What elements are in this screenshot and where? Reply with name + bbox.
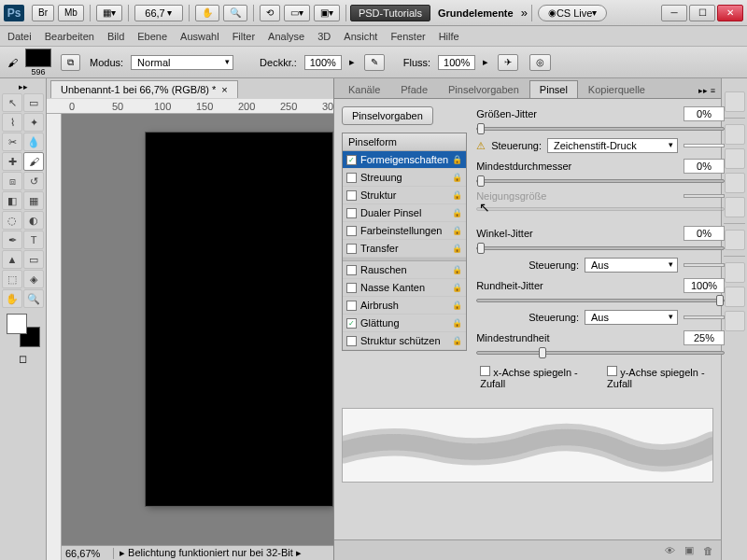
- view-extras-button[interactable]: ▦▾: [96, 5, 122, 21]
- checkbox[interactable]: [346, 336, 357, 346]
- dock-masks-icon[interactable]: [725, 197, 745, 217]
- size-control-value[interactable]: [684, 144, 725, 147]
- dock-channels-icon[interactable]: [725, 287, 745, 307]
- tab-kopierquelle[interactable]: Kopierquelle: [578, 80, 655, 98]
- brush-option-5[interactable]: Transfer🔒: [343, 240, 466, 258]
- lock-icon[interactable]: 🔒: [452, 336, 462, 345]
- size-control-select[interactable]: Zeichenstift-Druck: [547, 138, 678, 153]
- menu-bearbeiten[interactable]: Bearbeiten: [45, 31, 94, 42]
- 3d-tool[interactable]: ⬚: [2, 270, 22, 288]
- dock-layers-icon[interactable]: [725, 262, 745, 283]
- min-round-slider[interactable]: [476, 351, 725, 355]
- lock-icon[interactable]: 🔒: [452, 173, 462, 182]
- menu-filter[interactable]: Filter: [233, 31, 255, 42]
- move-tool[interactable]: ↖: [2, 93, 22, 112]
- dock-swatches-icon[interactable]: [725, 124, 745, 145]
- shape-tool[interactable]: ▭: [23, 250, 44, 269]
- menu-hilfe[interactable]: Hilfe: [439, 31, 459, 42]
- quickmask-button[interactable]: ◻: [19, 353, 27, 365]
- brush-option-4[interactable]: Farbeinstellungen🔒: [343, 222, 466, 240]
- lock-icon[interactable]: 🔒: [452, 190, 462, 200]
- menu-auswahl[interactable]: Auswahl: [180, 31, 219, 42]
- checkbox[interactable]: [346, 283, 357, 293]
- angle-jitter-value[interactable]: 0%: [684, 226, 725, 241]
- cslive-button[interactable]: ◉ CS Live ▾: [538, 5, 608, 21]
- list-header[interactable]: Pinselform: [343, 133, 466, 151]
- hand-tool-button[interactable]: ✋: [195, 5, 219, 21]
- color-swatches[interactable]: [7, 314, 40, 347]
- brush-option-10[interactable]: Struktur schützen🔒: [343, 332, 466, 350]
- arrange-button[interactable]: ▭▾: [284, 5, 310, 21]
- bridge-button[interactable]: Br: [32, 5, 54, 21]
- menu-bild[interactable]: Bild: [107, 31, 124, 42]
- 3d-camera-tool[interactable]: ◈: [23, 270, 44, 288]
- flow-flyout[interactable]: ▸: [483, 56, 488, 68]
- dock-styles-icon[interactable]: [725, 148, 745, 169]
- checkbox[interactable]: [346, 226, 357, 236]
- minibridge-button[interactable]: Mb: [58, 5, 84, 21]
- brush-presets-button[interactable]: Pinselvorgaben: [342, 106, 433, 125]
- dock-color-icon[interactable]: [725, 91, 745, 112]
- menu-analyse[interactable]: Analyse: [268, 31, 304, 42]
- pressure-size-button[interactable]: ◎: [529, 54, 551, 71]
- blend-mode-select[interactable]: Normal: [131, 55, 233, 70]
- checkbox[interactable]: [346, 301, 357, 311]
- close-tab-icon[interactable]: ×: [221, 84, 227, 95]
- menu-3d[interactable]: 3D: [317, 31, 331, 42]
- checkbox[interactable]: [346, 318, 357, 329]
- rotate-view-button[interactable]: ⟲: [260, 5, 280, 21]
- workspace-label[interactable]: PSD-Tutorials: [350, 5, 430, 21]
- screen-mode-button[interactable]: ▣▾: [314, 5, 340, 21]
- heal-tool[interactable]: ✚: [2, 152, 22, 171]
- lock-icon[interactable]: 🔒: [452, 208, 462, 217]
- menu-datei[interactable]: Datei: [7, 31, 32, 42]
- lock-icon[interactable]: 🔒: [452, 301, 462, 310]
- flip-y-checkbox[interactable]: y-Achse spiegeln - Zufall: [607, 366, 721, 389]
- zoom-tool[interactable]: 🔍: [23, 289, 44, 308]
- dock-adjust-icon[interactable]: [725, 173, 745, 193]
- brush-tool[interactable]: 🖌: [23, 152, 44, 171]
- checkbox[interactable]: [346, 244, 357, 254]
- opacity-flyout[interactable]: ▸: [349, 56, 355, 68]
- brush-panel-toggle[interactable]: ⧉: [61, 54, 80, 71]
- brush-option-3[interactable]: Dualer Pinsel🔒: [343, 204, 466, 222]
- opacity-field[interactable]: 100%: [304, 55, 342, 70]
- lock-icon[interactable]: 🔒: [452, 226, 462, 235]
- wand-tool[interactable]: ✦: [23, 113, 44, 132]
- more-workspaces-button[interactable]: »: [521, 6, 528, 20]
- round-control-select[interactable]: Aus: [585, 310, 678, 325]
- trash-icon[interactable]: 🗑: [703, 545, 713, 556]
- brush-option-6[interactable]: Rauschen🔒: [343, 261, 466, 279]
- pressure-opacity-button[interactable]: ✎: [364, 54, 385, 71]
- checkbox[interactable]: [346, 155, 357, 165]
- brush-option-7[interactable]: Nasse Kanten🔒: [343, 279, 466, 297]
- path-select-tool[interactable]: ▲: [2, 250, 22, 269]
- lock-icon[interactable]: 🔒: [452, 318, 462, 328]
- min-diameter-slider[interactable]: [476, 179, 725, 183]
- zoom-tool-button[interactable]: 🔍: [223, 5, 247, 21]
- hand-tool[interactable]: ✋: [2, 289, 22, 308]
- lasso-tool[interactable]: ⌇: [2, 113, 22, 132]
- type-tool[interactable]: T: [23, 231, 44, 249]
- checkbox[interactable]: [346, 190, 357, 201]
- tab-pfade[interactable]: Pfade: [390, 80, 438, 98]
- maximize-button[interactable]: ☐: [689, 5, 715, 21]
- dock-paths-icon[interactable]: [725, 311, 745, 331]
- angle-control-select[interactable]: Aus: [585, 258, 678, 273]
- history-brush-tool[interactable]: ↺: [23, 172, 44, 190]
- tab-pinselvorgaben[interactable]: Pinselvorgaben: [438, 80, 529, 98]
- brush-option-0[interactable]: Formeigenschaften🔒: [343, 151, 466, 169]
- brush-option-1[interactable]: Streuung🔒: [343, 169, 466, 187]
- eyedropper-tool[interactable]: 💧: [23, 133, 44, 151]
- round-jitter-slider[interactable]: [476, 299, 725, 302]
- stamp-tool[interactable]: ⧇: [2, 172, 22, 190]
- brush-option-8[interactable]: Airbrush🔒: [343, 297, 466, 315]
- blur-tool[interactable]: ◌: [2, 211, 22, 230]
- min-diameter-value[interactable]: 0%: [684, 159, 725, 174]
- eraser-tool[interactable]: ◧: [2, 191, 22, 210]
- airbrush-button[interactable]: ✈: [498, 54, 518, 71]
- panel-collapse[interactable]: ▸▸ ≡: [693, 83, 721, 98]
- crop-tool[interactable]: ✂: [2, 133, 22, 151]
- dock-nav-icon[interactable]: [725, 230, 745, 250]
- document-tab[interactable]: Unbenannt-1 bei 66,7% (RGB/8) *×: [50, 80, 238, 98]
